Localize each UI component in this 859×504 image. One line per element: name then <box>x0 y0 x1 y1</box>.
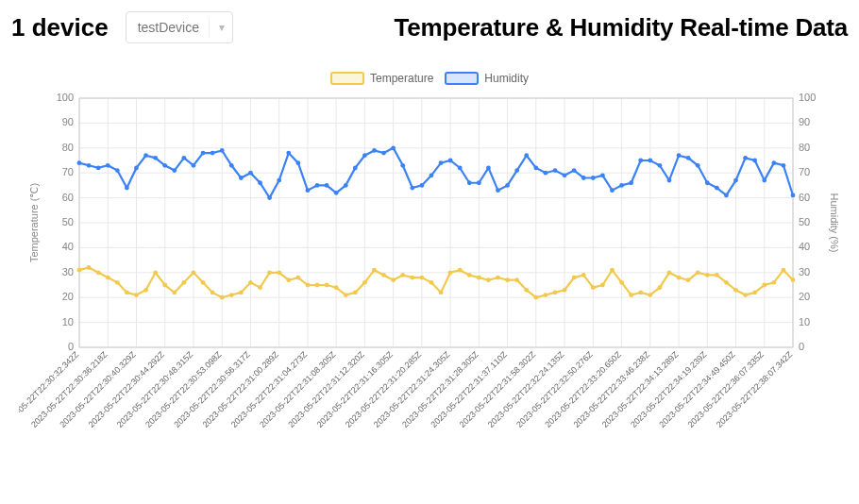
data-point <box>334 285 339 290</box>
data-point <box>400 273 405 277</box>
data-point <box>248 171 253 176</box>
data-point <box>181 280 186 285</box>
data-point <box>724 280 729 285</box>
y-tick-left: 50 <box>62 216 74 227</box>
data-point <box>677 276 682 280</box>
data-point <box>77 268 82 273</box>
data-point <box>192 270 196 275</box>
data-point <box>782 268 786 273</box>
data-point <box>325 183 329 188</box>
data-point <box>267 195 272 200</box>
data-point <box>181 156 186 160</box>
data-point <box>496 276 500 280</box>
data-point <box>563 173 567 177</box>
data-point <box>477 276 481 280</box>
data-point <box>638 291 643 295</box>
y-tick-right: 100 <box>799 92 816 103</box>
data-point <box>391 277 396 282</box>
data-point <box>791 277 796 282</box>
y-tick-left: 70 <box>62 166 74 177</box>
data-point <box>591 285 596 290</box>
data-point <box>381 151 386 156</box>
data-point <box>239 176 244 180</box>
chart-container: Temperature Humidity 0010102020303040405… <box>11 72 848 489</box>
data-point <box>657 285 662 290</box>
data-point <box>295 276 300 280</box>
data-point <box>220 148 225 153</box>
legend-item-humidity[interactable]: Humidity <box>445 72 529 85</box>
y-tick-right: 70 <box>799 166 810 177</box>
data-point <box>87 163 92 168</box>
data-point <box>505 277 510 282</box>
legend-label-humidity: Humidity <box>484 72 529 85</box>
y-tick-left: 60 <box>62 192 74 203</box>
device-select-value: testDevice <box>138 20 199 35</box>
data-point <box>762 283 766 288</box>
y-tick-left: 80 <box>62 142 74 153</box>
data-point <box>533 295 538 300</box>
data-point <box>600 283 605 288</box>
data-point <box>106 276 110 280</box>
data-point <box>325 283 329 288</box>
data-point <box>629 293 633 297</box>
data-point <box>771 280 776 285</box>
y-tick-right: 80 <box>799 142 810 153</box>
y-axis-left-title: Temperature (℃) <box>28 183 40 262</box>
data-point <box>362 153 367 158</box>
data-point <box>134 166 139 171</box>
data-point <box>791 193 796 198</box>
data-point <box>77 160 82 165</box>
y-tick-right: 60 <box>799 192 810 203</box>
data-point <box>733 288 738 293</box>
legend-swatch-humidity <box>445 72 479 85</box>
y-tick-right: 90 <box>799 116 810 127</box>
data-point <box>686 156 691 160</box>
data-point <box>553 291 558 295</box>
data-point <box>715 186 719 191</box>
data-point <box>353 291 358 295</box>
data-point <box>344 183 348 188</box>
chart-svg: 0010102020303040405050606070708080909010… <box>19 92 840 489</box>
data-point <box>591 176 596 180</box>
data-point <box>334 191 339 195</box>
y-tick-right: 40 <box>799 241 810 252</box>
y-tick-right: 0 <box>799 341 804 352</box>
data-point <box>771 160 776 165</box>
y-tick-right: 30 <box>799 266 810 277</box>
data-point <box>619 280 624 285</box>
data-point <box>211 151 215 156</box>
y-tick-left: 10 <box>62 316 74 328</box>
data-point <box>229 163 234 168</box>
data-point <box>87 265 92 270</box>
data-point <box>96 166 101 171</box>
data-point <box>553 168 558 173</box>
data-point <box>619 183 624 188</box>
data-point <box>610 268 615 273</box>
data-point <box>306 188 311 193</box>
data-point <box>496 188 500 193</box>
data-point <box>705 180 710 185</box>
y-tick-right: 10 <box>799 316 810 328</box>
data-point <box>372 148 377 153</box>
data-point <box>514 168 519 173</box>
data-point <box>486 277 491 282</box>
data-point <box>648 159 652 163</box>
data-point <box>629 180 633 185</box>
data-point <box>477 180 481 185</box>
device-select[interactable]: testDevice ▾ <box>126 11 233 43</box>
page-title: Temperature & Humidity Real-time Data <box>250 13 848 42</box>
data-point <box>315 283 320 288</box>
data-point <box>115 168 120 173</box>
data-point <box>514 277 519 282</box>
data-point <box>125 291 129 295</box>
y-tick-left: 20 <box>62 291 74 302</box>
data-point <box>752 291 757 295</box>
data-point <box>372 268 377 273</box>
data-point <box>419 276 424 280</box>
legend-item-temperature[interactable]: Temperature <box>330 72 433 85</box>
data-point <box>143 153 148 158</box>
data-point <box>239 291 244 295</box>
data-point <box>657 163 662 168</box>
data-point <box>448 270 453 275</box>
device-count-label: 1 device <box>11 13 109 42</box>
